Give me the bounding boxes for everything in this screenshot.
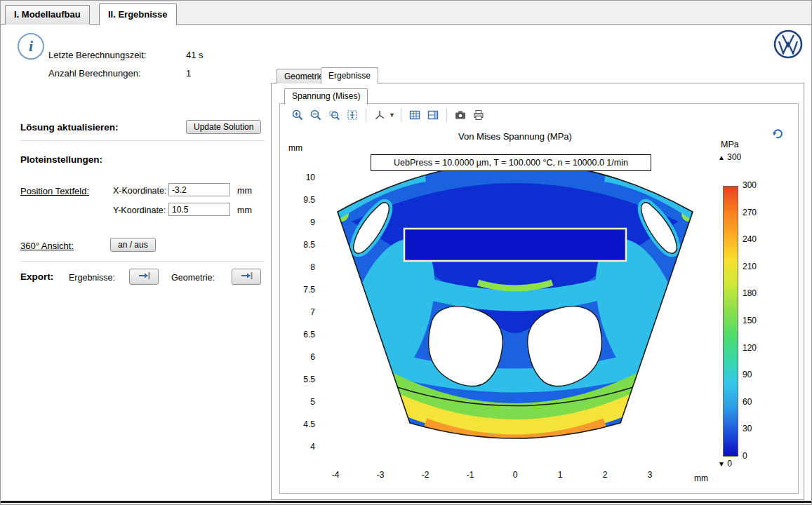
plot-title: Von Mises Spannung (MPa) (320, 131, 710, 142)
colorbar-max-value: 300 (727, 152, 741, 162)
toolbar-separator (401, 109, 401, 121)
colorbar-tick: 300 (743, 180, 757, 190)
y-coordinate-unit: mm (237, 206, 252, 215)
x-coordinate-label: X-Koordinate: (113, 186, 166, 196)
colorbar-tick: 270 (743, 208, 757, 217)
colorbar-max-marker: ▲ 300 (718, 152, 741, 162)
y-coordinate-label: Y-Koordinate: (113, 206, 166, 215)
x-axis-tick: 1 (546, 470, 574, 480)
zoom-out-icon[interactable] (308, 107, 324, 123)
y-axis-tick: 4 (291, 442, 315, 452)
colorbar-tick: 30 (743, 424, 752, 433)
computation-count-label: Anzahl Berechnungen: (48, 68, 141, 79)
plot-settings-heading: Ploteinstellungen: (20, 154, 102, 165)
tab-ergebnisse[interactable]: II. Ergebnisse (99, 4, 177, 25)
export-icon (240, 271, 253, 281)
export-heading: Export: (20, 271, 53, 282)
colorbar-min-value: 0 (727, 459, 732, 469)
legend-panel-icon[interactable] (425, 107, 441, 123)
colorbar-tick: 180 (743, 288, 757, 298)
y-axis-tick: 8 (291, 262, 315, 272)
export-geometry-button[interactable] (232, 269, 261, 285)
y-axis-tick: 9 (291, 217, 315, 227)
y-axis-tick: 6 (291, 352, 315, 362)
x-coordinate-input[interactable] (168, 183, 230, 196)
info-icon-glyph: i (29, 37, 33, 55)
info-icon: i (18, 33, 44, 60)
x-axis-tick: 3 (636, 470, 664, 480)
x-axis-tick: 0 (501, 470, 529, 480)
view-orientation-icon[interactable] (372, 107, 387, 123)
y-axis-tick: 8.5 (291, 240, 315, 250)
y-axis-tick: 7.5 (291, 285, 315, 295)
export-geometry-label: Geometrie: (171, 273, 215, 283)
x-axis-unit-label: mm (694, 473, 708, 483)
von-mises-stress-plot[interactable] (320, 141, 710, 467)
plot-toolbar: ▼ (290, 107, 486, 123)
x-axis-tick: -4 (321, 470, 350, 480)
update-solution-button[interactable]: Update Solution (186, 120, 261, 134)
vw-logo-icon (773, 29, 804, 60)
toolbar-separator (366, 109, 366, 121)
y-axis-tick: 4.5 (291, 419, 315, 429)
zoom-in-icon[interactable] (290, 107, 305, 123)
tab-modellaufbau[interactable]: I. Modellaufbau (5, 5, 90, 25)
colorbar-tick: 210 (743, 262, 757, 271)
y-axis-tick: 6.5 (291, 330, 315, 339)
vw-logo (773, 29, 804, 60)
text-position-label: Position Textfeld: (20, 186, 89, 196)
view-360-toggle-button[interactable]: an / aus (110, 238, 156, 252)
x-axis-tick: -2 (411, 470, 439, 480)
viewer-tab-ergebnisse[interactable]: Ergebnisse (321, 67, 378, 84)
plot-rotate-icon[interactable] (771, 127, 784, 140)
triangle-up-icon: ▲ (718, 154, 725, 161)
export-results-label: Ergebnisse: (69, 273, 115, 283)
colorbar-tick: 90 (743, 370, 752, 379)
divider (20, 261, 265, 262)
plot-tab-spannung-mises[interactable]: Spannung (Mises) (284, 88, 368, 105)
x-axis-tick: -1 (456, 470, 484, 480)
y-coordinate-input[interactable] (168, 203, 230, 216)
y-axis-tick: 10 (291, 173, 315, 182)
y-axis-tick: 7 (291, 307, 315, 317)
colorbar-min-marker: ▼ 0 (718, 459, 732, 469)
colorbar-tick: 60 (743, 397, 752, 407)
colorbar-tick: 0 (743, 451, 747, 461)
colorbar-tick: 150 (743, 316, 757, 325)
x-axis-tick: 2 (591, 470, 619, 480)
colorbar-unit-label: MPa (721, 140, 739, 149)
x-axis-tick: -3 (366, 470, 394, 480)
x-coordinate-unit: mm (237, 186, 252, 196)
y-axis-tick: 5.5 (291, 375, 315, 384)
last-computation-value: 41 s (186, 50, 204, 60)
y-axis-tick: 5 (291, 397, 315, 407)
grid-table-icon[interactable] (407, 107, 422, 123)
view-360-label: 360° Ansicht: (20, 241, 74, 251)
export-icon (138, 271, 151, 281)
last-computation-label: Letzte Berechnungszeit: (48, 50, 146, 60)
print-icon[interactable] (471, 107, 486, 123)
app-window: I. Modellaufbau II. Ergebnisse i Letzte … (0, 0, 812, 505)
colorbar (723, 186, 738, 457)
y-axis-tick: 9.5 (291, 195, 315, 205)
window-bottom-edge (1, 501, 811, 503)
computation-count-value: 1 (186, 68, 191, 79)
plot-annotation-box: UebPress = 10.0000 µm, T = 100.000 °C, n… (371, 154, 651, 171)
zoom-box-icon[interactable] (326, 107, 342, 123)
divider (20, 140, 265, 141)
snapshot-camera-icon[interactable] (453, 107, 468, 123)
triangle-down-icon: ▼ (718, 460, 725, 468)
y-axis-unit-label: mm (288, 143, 302, 153)
colorbar-tick: 120 (743, 343, 757, 353)
zoom-extents-icon[interactable] (345, 107, 360, 123)
export-results-button[interactable] (129, 269, 159, 285)
toolbar-separator (446, 109, 447, 121)
chevron-down-icon[interactable]: ▼ (389, 112, 395, 119)
update-solution-label: Lösung aktualisieren: (20, 122, 119, 133)
colorbar-tick: 240 (743, 234, 757, 244)
